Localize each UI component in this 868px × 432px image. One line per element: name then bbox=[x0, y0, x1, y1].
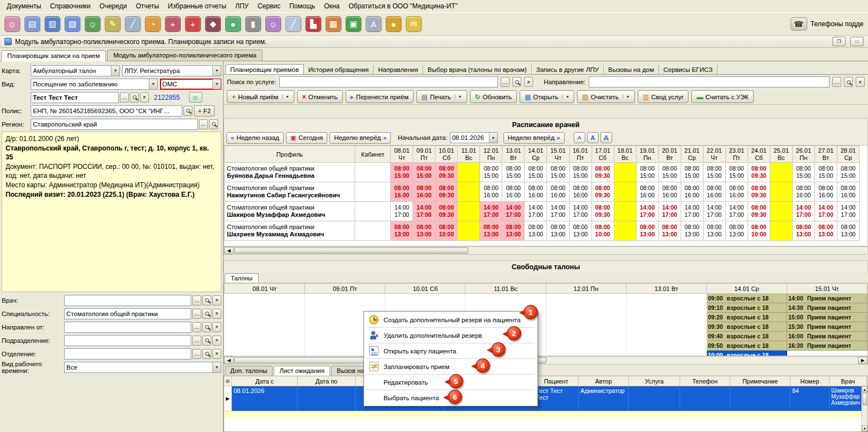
schedule-cell[interactable]: 08:0009:30 bbox=[748, 182, 770, 202]
patient-input[interactable]: Тест Тест Тест bbox=[31, 92, 119, 103]
scroll-up-icon[interactable]: ▲ bbox=[862, 386, 867, 392]
medications-icon[interactable]: + bbox=[165, 16, 181, 32]
scroll-left-icon[interactable]: ◀ bbox=[224, 247, 234, 254]
more-button[interactable]: … bbox=[501, 77, 510, 87]
schedule-cell[interactable]: 08:0015:00 bbox=[703, 163, 725, 182]
thermometer-icon[interactable]: ╱ bbox=[285, 16, 301, 32]
scroll-thumb[interactable] bbox=[234, 247, 468, 254]
schedule-cell[interactable]: 08:0015:00 bbox=[636, 163, 658, 182]
services-icon[interactable]: ◆ bbox=[205, 16, 221, 32]
clear-button[interactable]: × bbox=[212, 309, 221, 319]
schedule-cell[interactable]: 08:0016:00 bbox=[703, 182, 725, 202]
schedule-cell[interactable] bbox=[614, 221, 636, 241]
scroll-left-icon[interactable]: ◀ bbox=[224, 357, 234, 364]
ticket-slot[interactable]: 15:30Прием пациент bbox=[787, 322, 867, 332]
menubar-item[interactable]: Справочники bbox=[46, 1, 95, 12]
dropdown-arrow-icon[interactable]: ▼ bbox=[562, 95, 569, 99]
schedule-cell[interactable]: 08:0016:00 bbox=[636, 182, 658, 202]
panel-tab[interactable]: Запись в другие ЛПУ bbox=[532, 65, 604, 74]
search-button[interactable] bbox=[202, 295, 211, 305]
schedule-cell[interactable]: 08:0015:00 bbox=[814, 163, 837, 182]
bottom-tab[interactable]: Доп. талоны bbox=[225, 366, 273, 376]
ticket-slot[interactable]: 09:50взрослые с 18 bbox=[706, 341, 787, 351]
oms-select[interactable]: ОМС ▼ bbox=[160, 79, 221, 90]
schedule-cell[interactable]: 08:0016:00 bbox=[413, 182, 435, 202]
chevron-down-icon[interactable]: ▼ bbox=[489, 133, 497, 143]
ticket-slot[interactable]: 14:00Прием пациент bbox=[787, 294, 867, 303]
vrach-input[interactable] bbox=[64, 295, 191, 306]
week-back-button[interactable]: « Неделю назад bbox=[226, 132, 284, 144]
schedule-cell[interactable]: 08:0009:30 bbox=[748, 163, 770, 182]
search-button[interactable] bbox=[512, 77, 521, 87]
panel-tab[interactable]: Планировщик приемов bbox=[225, 64, 304, 75]
dropdown-arrow-icon[interactable]: ▼ bbox=[282, 95, 289, 99]
schedule-cell[interactable]: 14:0017:00 bbox=[502, 202, 525, 221]
schedule-cell[interactable]: 14:0017:00 bbox=[792, 202, 814, 221]
search-button[interactable] bbox=[202, 309, 211, 319]
main-tab[interactable]: Модуль амбулаторно-поликлинического прие… bbox=[107, 50, 263, 61]
journals-icon[interactable]: ▥ bbox=[45, 16, 60, 32]
search-button[interactable] bbox=[202, 322, 211, 332]
context-menu-item[interactable]: Запланировать прием bbox=[365, 360, 536, 373]
panel-tab[interactable]: Сервисы ЕГИСЗ bbox=[659, 65, 717, 74]
ticket-slot[interactable]: 15:00Прием пациент bbox=[787, 313, 867, 322]
doctor-cell[interactable]: Стоматология общей практикиШакиров Музаф… bbox=[225, 202, 355, 221]
schedule-cell[interactable]: 14:0017:00 bbox=[391, 202, 413, 221]
search-button[interactable] bbox=[209, 119, 218, 129]
schedule-cell[interactable]: 08:0015:00 bbox=[547, 163, 569, 182]
schedule-cell[interactable]: 08:0013:00 bbox=[391, 221, 413, 241]
tickets-hscrollbar[interactable]: ◀ ▶ bbox=[224, 356, 868, 365]
chevron-down-icon[interactable]: ▼ bbox=[149, 79, 157, 89]
context-menu-item[interactable]: Создать дополнительный резерв на пациент… bbox=[365, 313, 536, 327]
schedule-cell[interactable]: 08:0013:00 bbox=[725, 221, 748, 241]
schedule-cell[interactable] bbox=[614, 202, 636, 221]
chevron-down-icon[interactable]: ▼ bbox=[212, 66, 221, 76]
today-button[interactable]: ▣ Сегодня bbox=[286, 132, 327, 144]
schedule-cell[interactable]: 08:0015:00 bbox=[837, 163, 859, 182]
ticket-slot[interactable]: 16:00Прием пациент bbox=[787, 332, 867, 341]
doctor-cell[interactable]: Стоматология общей практикиБуянова Дарья… bbox=[225, 163, 355, 182]
schedule-cell[interactable] bbox=[770, 202, 792, 221]
ticket-slot[interactable]: 09:30взрослые с 18 bbox=[706, 322, 787, 332]
schedule-cell[interactable] bbox=[458, 182, 480, 202]
chevron-down-icon[interactable]: ▼ bbox=[212, 79, 221, 89]
week-forward-button[interactable]: Неделю вперёд » bbox=[329, 132, 391, 144]
schedule-cell[interactable]: 14:0017:00 bbox=[658, 202, 681, 221]
more-button[interactable]: … bbox=[832, 77, 841, 87]
schedule-cell[interactable]: 14:0017:00 bbox=[703, 202, 725, 221]
schedule-cell[interactable]: 08:0016:00 bbox=[792, 182, 814, 202]
waitlist-empty-row[interactable] bbox=[224, 411, 867, 418]
red-book-icon[interactable]: ▙ bbox=[306, 16, 321, 32]
menubar-item[interactable]: Помощь bbox=[285, 1, 319, 12]
menubar-item[interactable]: Окна bbox=[319, 1, 344, 12]
schedule-cell[interactable]: 08:0013:00 bbox=[703, 221, 725, 241]
schedule-cell[interactable]: 08:0013:00 bbox=[547, 221, 569, 241]
ticket-slot[interactable]: 09:00взрослые с 18 bbox=[706, 294, 787, 303]
card-index-icon[interactable]: ▧ bbox=[65, 16, 80, 32]
menubar-item[interactable]: Отчеты bbox=[132, 1, 163, 12]
schedule-cell[interactable]: 14:0017:00 bbox=[814, 202, 837, 221]
schedule-cell[interactable] bbox=[770, 221, 792, 241]
support-phones-button[interactable]: ☎ Телефоны подде bbox=[791, 17, 864, 31]
chevron-down-icon[interactable]: ▼ bbox=[111, 66, 119, 76]
more-button[interactable]: … bbox=[199, 119, 208, 129]
schedule-cell[interactable]: 08:0010:00 bbox=[435, 221, 458, 241]
syringe-icon[interactable]: ╱ bbox=[125, 16, 140, 32]
region-input[interactable]: Ставропольский край bbox=[31, 119, 198, 130]
barcode-icon[interactable]: ▮ bbox=[245, 16, 261, 32]
schedule-cell[interactable]: 08:0009:30 bbox=[591, 182, 614, 202]
schedule-cell[interactable]: 14:0017:00 bbox=[837, 202, 859, 221]
panel-tab[interactable]: Вызовы на дом bbox=[604, 65, 659, 74]
schedule-cell[interactable] bbox=[614, 163, 636, 182]
karta-select[interactable]: Амбулаторный талон ▼ bbox=[31, 65, 120, 76]
ticket-slot[interactable]: 14:30Прием пациент bbox=[787, 303, 867, 313]
padlock-icon[interactable]: ● bbox=[386, 16, 401, 32]
waitlist-vscrollbar[interactable]: ▲ ▼ bbox=[861, 386, 867, 431]
schedule-cell[interactable]: 08:0015:00 bbox=[725, 163, 748, 182]
schedule-cell[interactable]: 14:0017:00 bbox=[480, 202, 502, 221]
lpu-select[interactable]: ЛПУ. Регистратура ▼ bbox=[122, 65, 221, 76]
schedule-cell[interactable]: 08:0013:00 bbox=[502, 221, 525, 241]
action-button[interactable]: ▥Свод услуг bbox=[638, 90, 689, 103]
direction-input[interactable] bbox=[589, 76, 830, 88]
menubar-item[interactable]: Очереди bbox=[95, 1, 132, 12]
